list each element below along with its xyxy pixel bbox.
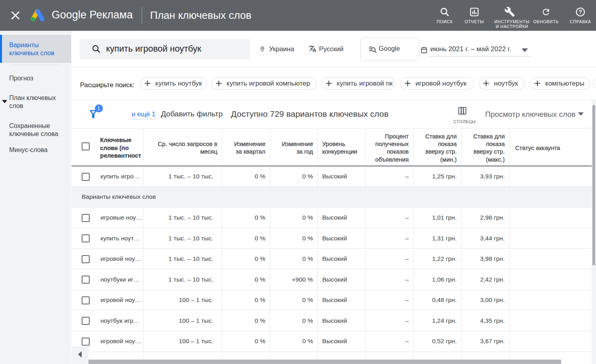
svg-text:?: ? — [579, 9, 582, 15]
